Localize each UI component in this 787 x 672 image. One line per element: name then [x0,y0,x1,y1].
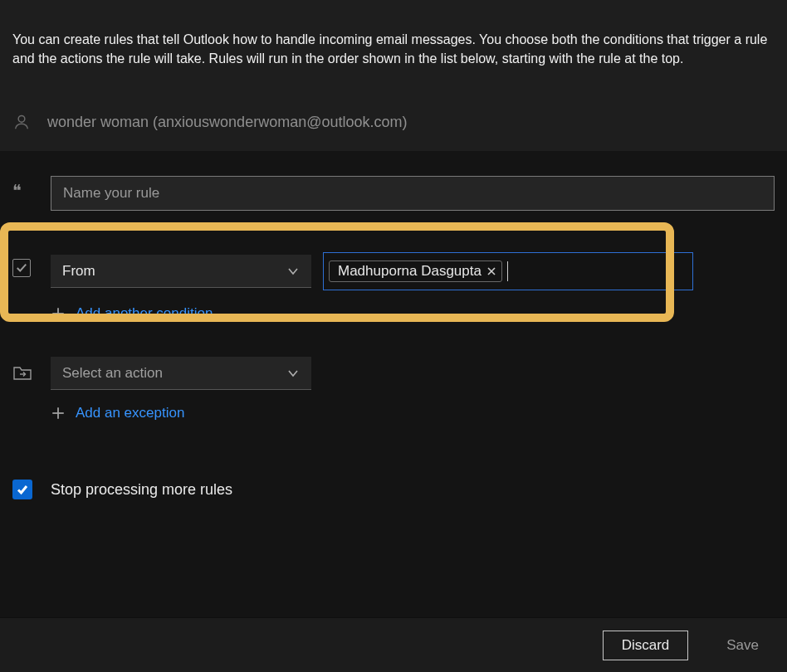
condition-icon-col [12,252,51,277]
stop-processing-checkbox[interactable] [12,480,32,499]
condition-select-label: From [62,263,95,280]
svg-point-0 [18,116,25,123]
chip-remove-icon[interactable] [486,266,496,276]
person-icon [12,113,31,131]
text-cursor [507,261,508,281]
stop-processing-label: Stop processing more rules [51,481,232,499]
action-select[interactable]: Select an action [51,357,311,390]
stop-processing-row: Stop processing more rules [12,480,775,499]
quote-icon: ❝ [12,176,51,199]
chevron-down-icon [286,367,300,380]
condition-row: From Madhuporna Dasgupta Add another con… [12,252,775,345]
add-exception-label: Add an exception [76,405,184,421]
add-condition-link[interactable]: Add another condition [51,305,775,322]
footer: Discard Save [0,617,787,672]
chevron-down-icon [286,265,300,278]
action-select-label: Select an action [62,365,163,382]
add-condition-label: Add another condition [76,305,213,322]
rule-name-input[interactable] [51,176,775,211]
account-row: wonder woman (anxiouswonderwoman@outlook… [12,113,775,131]
person-chip[interactable]: Madhuporna Dasgupta [329,261,502,282]
rule-name-row: ❝ [12,176,775,211]
chip-label: Madhuporna Dasgupta [338,263,481,280]
header-area: You can create rules that tell Outlook h… [0,0,787,151]
plus-icon [51,406,66,421]
intro-text: You can create rules that tell Outlook h… [12,30,775,68]
form-area: ❝ From Madhuporna Dasgupta [0,151,787,499]
plus-icon [51,306,66,321]
action-row: Select an action Add an exception [12,357,775,445]
discard-button[interactable]: Discard [603,631,689,660]
action-icon-col [12,357,51,385]
save-button[interactable]: Save [726,637,759,654]
condition-check-icon [12,259,31,277]
add-exception-link[interactable]: Add an exception [51,405,775,421]
condition-value-field[interactable]: Madhuporna Dasgupta [323,252,693,290]
folder-move-icon [12,363,32,382]
check-icon [16,483,29,496]
condition-select[interactable]: From [51,255,311,288]
account-label: wonder woman (anxiouswonderwoman@outlook… [47,114,407,131]
